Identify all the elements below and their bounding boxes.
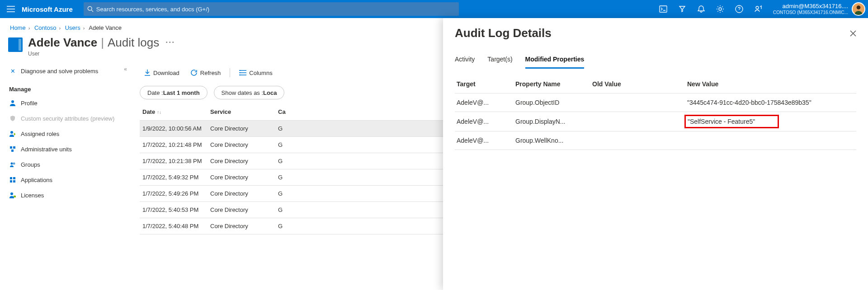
svg-point-6 [11,100,14,103]
shield-icon [9,115,16,122]
sidebar: « ✕ Diagnose and solve problems Manage P… [0,63,133,290]
sidebar-item-licenses[interactable]: Licenses [8,187,133,203]
tab-modified-properties[interactable]: Modified Properties [525,53,585,69]
sidebar-item-label: Groups [21,161,40,168]
col-date[interactable]: Date↑↓ [140,104,208,120]
settings-icon[interactable] [711,0,730,18]
sidebar-item-administrative[interactable]: Administrative units [8,141,133,157]
sidebar-section-manage: Manage [8,79,133,95]
cloud-shell-icon[interactable] [654,0,673,18]
sidebar-item-applications[interactable]: Applications [8,172,133,187]
more-actions[interactable]: ··· [159,38,175,47]
download-button[interactable]: Download [140,65,184,80]
brand-label[interactable]: Microsoft Azure [22,5,84,13]
page-subtitle: User [28,50,175,57]
modified-properties-table: Target Property Name Old Value New Value… [455,75,856,150]
close-panel-button[interactable] [850,30,856,37]
svg-point-5 [857,5,861,9]
col-service[interactable]: Service [208,104,275,120]
property-row[interactable]: AdeleV@...Group.DisplayN..."SelfService … [455,112,856,131]
svg-point-19 [240,70,241,71]
svg-point-0 [88,6,92,10]
account-tenant: CONTOSO (M365X341716.ONMIC... [773,10,848,15]
svg-point-21 [240,75,241,75]
svg-point-11 [11,163,13,165]
refresh-button[interactable]: Refresh [186,65,226,80]
details-panel: Audit Log Details Activity Target(s) Mod… [443,18,868,290]
svg-rect-18 [14,196,16,197]
crumb-users[interactable]: Users [65,24,80,31]
svg-rect-9 [13,146,15,149]
group-icon [9,161,16,168]
close-icon [850,30,856,37]
wrench-icon: ✕ [9,68,16,75]
svg-point-12 [13,163,15,165]
crumb-current: Adele Vance [89,24,122,31]
sidebar-diagnose[interactable]: ✕ Diagnose and solve problems [8,63,133,79]
filter-date[interactable]: Date : Last 1 month [140,86,208,99]
person-icon [9,100,16,106]
refresh-icon [190,69,198,76]
svg-rect-8 [10,146,12,149]
sidebar-item-groups[interactable]: Groups [8,157,133,172]
search-icon [87,6,94,12]
page-section: Audit logs [108,36,159,50]
collapse-sidebar[interactable]: « [124,66,127,72]
sidebar-item-label: Licenses [21,192,44,199]
role-icon [9,131,16,137]
col-new-value: New Value [685,75,856,94]
svg-point-20 [240,72,241,73]
col-old-value: Old Value [590,75,685,94]
sidebar-item-label: Assigned roles [21,131,59,137]
svg-point-4 [756,6,759,9]
columns-button[interactable]: Columns [235,65,277,80]
top-bar: Microsoft Azure admin@M365x341716.... CO… [0,0,868,18]
account-menu[interactable]: admin@M365x341716.... CONTOSO (M365X3417… [768,2,868,16]
hamburger-menu[interactable] [0,0,22,18]
filter-icon[interactable] [673,0,692,18]
property-row[interactable]: AdeleV@...Group.ObjectID"3445c474-91cc-4… [455,94,856,112]
sidebar-item-label: Applications [21,177,52,183]
sidebar-item-assigned[interactable]: Assigned roles [8,126,133,141]
apps-icon [9,177,16,183]
account-email: admin@M365x341716.... [773,3,848,10]
global-search[interactable] [84,2,459,16]
col-target: Target [455,75,514,94]
help-icon[interactable] [730,0,749,18]
crumb-contoso[interactable]: Contoso [34,24,56,31]
property-row[interactable]: AdeleV@...Group.WellKno... [455,131,856,150]
columns-icon [239,70,246,75]
page-title: Adele Vance [28,36,97,50]
sidebar-item-profile[interactable]: Profile [8,95,133,111]
notifications-icon[interactable] [692,0,711,18]
tab-activity[interactable]: Activity [455,53,475,69]
svg-rect-10 [11,150,14,152]
svg-rect-15 [10,180,12,182]
sidebar-item-label: Administrative units [21,146,72,153]
svg-rect-13 [10,177,12,179]
svg-point-2 [719,8,722,10]
crumb-home[interactable]: Home [10,24,26,31]
feedback-icon[interactable] [749,0,768,18]
col-property: Property Name [514,75,590,94]
license-icon [9,192,16,198]
svg-point-7 [10,131,13,134]
sidebar-item-label: Custom security attributes (preview) [21,115,114,122]
svg-rect-14 [13,177,15,179]
avatar[interactable] [852,2,865,16]
svg-point-17 [10,192,13,195]
download-icon [144,69,151,76]
search-input[interactable] [94,6,455,13]
sidebar-item-label: Profile [21,100,38,107]
units-icon [9,146,16,152]
sidebar-item-custom: Custom security attributes (preview) [8,111,133,126]
filter-show-dates[interactable]: Show dates as : Loca [214,86,285,99]
svg-rect-16 [13,180,15,182]
tab-targets[interactable]: Target(s) [487,53,512,69]
panel-title: Audit Log Details [455,26,552,40]
user-resource-icon [8,37,23,52]
svg-rect-1 [660,6,667,12]
panel-tabs: Activity Target(s) Modified Properties [455,53,856,69]
